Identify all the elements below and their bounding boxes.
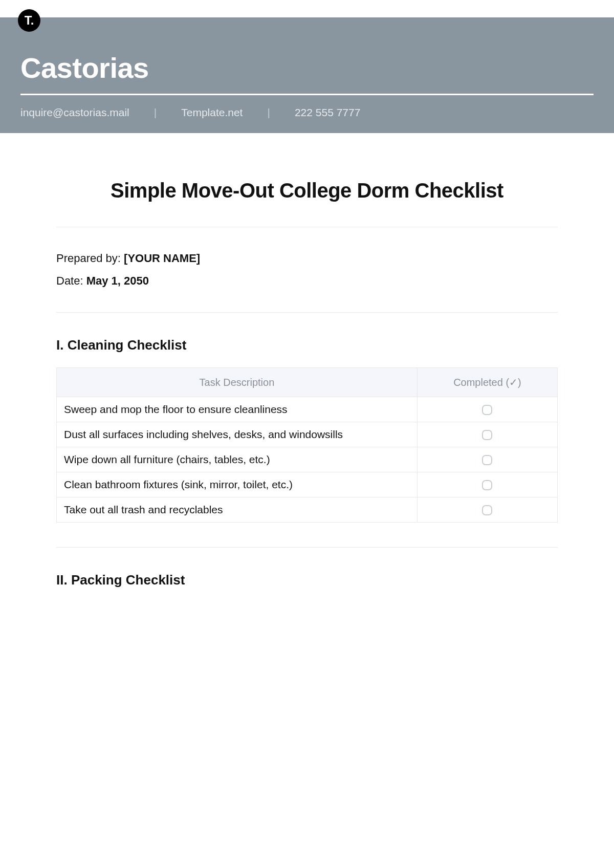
date-value: May 1, 2050 (86, 274, 149, 287)
logo-badge: T. (18, 9, 40, 32)
completed-cell (417, 422, 557, 447)
divider (56, 547, 558, 548)
completed-cell (417, 447, 557, 472)
contact-phone: 222 555 7777 (295, 106, 360, 119)
contact-email: inquire@castorias.mail (20, 106, 129, 119)
contact-separator: | (154, 106, 157, 119)
col-task: Task Description (57, 368, 418, 397)
table-header-row: Task Description Completed (✓) (57, 368, 558, 397)
task-cell: Sweep and mop the floor to ensure cleanl… (57, 397, 418, 422)
table-row: Take out all trash and recyclables (57, 497, 558, 523)
contact-website: Template.net (181, 106, 243, 119)
cleaning-table: Task Description Completed (✓) Sweep and… (56, 367, 558, 523)
logo-text: T. (25, 13, 34, 28)
table-row: Wipe down all furniture (chairs, tables,… (57, 447, 558, 472)
task-cell: Take out all trash and recyclables (57, 497, 418, 523)
table-row: Clean bathroom fixtures (sink, mirror, t… (57, 472, 558, 497)
col-completed: Completed (✓) (417, 368, 557, 397)
checkbox-icon[interactable] (482, 405, 492, 415)
task-cell: Dust all surfaces including shelves, des… (57, 422, 418, 447)
section-heading-cleaning: I. Cleaning Checklist (56, 337, 558, 353)
contact-separator: | (267, 106, 270, 119)
header-band: Castorias inquire@castorias.mail | Templ… (0, 17, 614, 133)
prepared-by-label: Prepared by: (56, 252, 124, 265)
completed-cell (417, 497, 557, 523)
date-line: Date: May 1, 2050 (56, 274, 558, 288)
prepared-by-value: [YOUR NAME] (124, 252, 200, 265)
checkbox-icon[interactable] (482, 430, 492, 440)
document-content: Simple Move-Out College Dorm Checklist P… (0, 133, 614, 588)
header-divider (20, 94, 594, 95)
contact-row: inquire@castorias.mail | Template.net | … (20, 106, 594, 119)
table-row: Dust all surfaces including shelves, des… (57, 422, 558, 447)
checkbox-icon[interactable] (482, 505, 492, 515)
table-row: Sweep and mop the floor to ensure cleanl… (57, 397, 558, 422)
task-cell: Wipe down all furniture (chairs, tables,… (57, 447, 418, 472)
prepared-by-line: Prepared by: [YOUR NAME] (56, 252, 558, 265)
brand-name: Castorias (20, 51, 594, 84)
divider (56, 312, 558, 313)
document-title: Simple Move-Out College Dorm Checklist (56, 179, 558, 202)
checkbox-icon[interactable] (482, 455, 492, 465)
completed-cell (417, 397, 557, 422)
checkbox-icon[interactable] (482, 480, 492, 490)
task-cell: Clean bathroom fixtures (sink, mirror, t… (57, 472, 418, 497)
section-heading-packing: II. Packing Checklist (56, 572, 558, 588)
divider (56, 227, 558, 227)
completed-cell (417, 472, 557, 497)
date-label: Date: (56, 274, 86, 287)
